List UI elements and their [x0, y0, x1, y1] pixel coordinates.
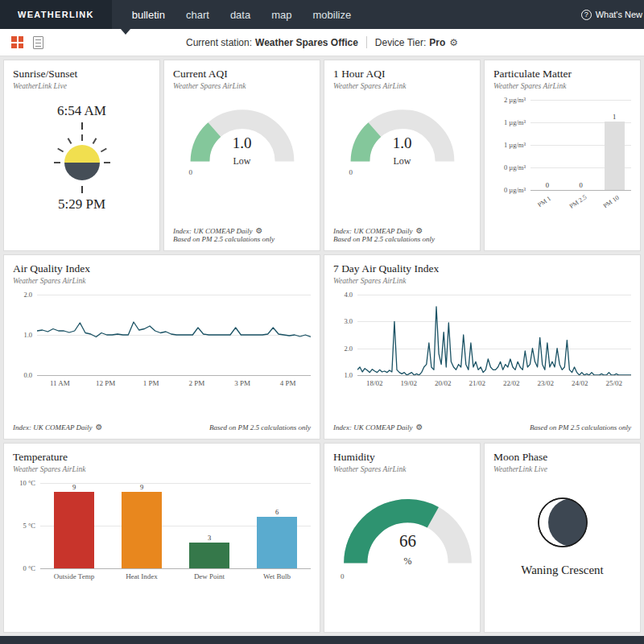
moon-icon — [533, 493, 592, 552]
card-7day-air-quality-index: 7 Day Air Quality Index Weather Spares A… — [324, 254, 641, 440]
gauge-min-label: 0 — [189, 168, 193, 176]
grid-view-icon[interactable] — [11, 36, 23, 48]
gauge-label: Low — [182, 155, 303, 167]
card-footer: Index: UK COMEAP Daily⚙ Based on PM 2.5 … — [333, 226, 471, 243]
card-temperature: Temperature Weather Spares AirLink 10 °C… — [3, 443, 320, 633]
card-current-aqi: Current AQI Weather Spares AirLink 1.0 L… — [163, 60, 320, 251]
card-source: Weather Spares AirLink — [173, 82, 311, 90]
bar — [257, 517, 297, 568]
card-moon-phase: Moon Phase WeatherLink Live Waning Cresc… — [484, 443, 641, 633]
index-label: Index: UK COMEAP Daily — [333, 423, 413, 431]
y-axis-labels: 10 °C5 °C0 °C — [13, 483, 40, 568]
tier-label: Device Tier: — [375, 37, 426, 48]
card-humidity: Humidity Weather Spares AirLink 66 % 0 — [324, 443, 481, 633]
divider — [366, 36, 367, 48]
station-value: Weather Spares Office — [255, 37, 358, 48]
card-source: WeatherLink Live — [13, 82, 151, 90]
pm-bar-chart: 2 µg/m³1 µg/m³1 µg/m³0 µg/m³0 µg/m³001PM… — [493, 100, 631, 215]
bar-value-label: 1 — [613, 113, 616, 121]
bar — [122, 492, 162, 568]
card-source: WeatherLink Live — [493, 465, 631, 473]
sun-icon — [46, 133, 118, 183]
gauge-label: % — [333, 555, 481, 568]
card-source: Weather Spares AirLink — [333, 277, 631, 285]
aqi-gauge: 1.0 Low 0 — [182, 103, 303, 174]
nav-item-chart[interactable]: chart — [175, 1, 220, 29]
index-label: Index: UK COMEAP Daily — [333, 227, 413, 235]
station-info: Current station: Weather Spares Office D… — [186, 36, 458, 48]
card-title: Moon Phase — [493, 451, 631, 464]
tick-mark — [81, 186, 83, 193]
bar-value-label: 0 — [546, 181, 549, 189]
note-label: Based on PM 2.5 calculations only — [173, 235, 311, 243]
nav-item-map[interactable]: map — [261, 1, 302, 29]
y-axis-labels: 4.03.02.01.0 — [333, 295, 357, 375]
card-title: Sunrise/Sunset — [13, 68, 151, 80]
humidity-gauge: 66 % 0 — [333, 491, 481, 578]
temperature-bar-chart: 10 °C5 °C0 °C9936Outside TempHeat IndexD… — [13, 483, 311, 580]
bar-value-label: 0 — [579, 181, 582, 189]
whats-new-link[interactable]: ? What's New — [581, 10, 644, 20]
plot-area: 9936 — [40, 483, 311, 568]
moon-display: Waning Crescent — [493, 493, 631, 577]
nav-item-data[interactable]: data — [220, 1, 261, 29]
card-sunrise-sunset: Sunrise/Sunset WeatherLink Live 6:54 AM … — [3, 60, 160, 251]
aqi-gauge: 1.0 Low 0 — [342, 103, 463, 174]
moon-phase-name: Waning Crescent — [521, 564, 604, 577]
sunrise-sunset-display: 6:54 AM 5:29 PM — [13, 103, 151, 213]
tier-value: Pro — [429, 37, 445, 48]
note-label: Based on PM 2.5 calculations only — [333, 235, 471, 243]
note-label: Based on PM 2.5 calculations only — [209, 423, 311, 431]
bar-value-label: 9 — [140, 483, 143, 491]
bar — [54, 492, 94, 568]
card-source: Weather Spares AirLink — [13, 277, 311, 285]
x-axis-labels: 11 AM12 PM1 PM2 PM3 PM4 PM — [37, 379, 311, 387]
bar-value-label: 6 — [275, 508, 279, 516]
bar-value-label: 3 — [208, 534, 211, 542]
dashboard-grid: Sunrise/Sunset WeatherLink Live 6:54 AM … — [0, 56, 644, 636]
card-particulate-matter: Particulate Matter Weather Spares AirLin… — [484, 60, 641, 251]
gear-icon[interactable]: ⚙ — [256, 226, 263, 235]
x-axis-labels: PM 1PM 2.5PM 10 — [530, 197, 631, 215]
gauge-label: Low — [342, 155, 463, 167]
index-label: Index: UK COMEAP Daily — [13, 423, 93, 431]
gauge-value: 66 — [333, 531, 481, 551]
x-axis-labels: Outside TempHeat IndexDew PointWet Bulb — [40, 572, 311, 580]
footer-bar — [0, 636, 644, 644]
card-source: Weather Spares AirLink — [333, 82, 471, 90]
nav-items: bulletin chart data map mobilize — [122, 1, 361, 29]
gauge-value: 1.0 — [182, 134, 303, 152]
aqi-7day-line-chart: 4.03.02.01.018/0219/0220/0221/0222/0223/… — [333, 295, 631, 387]
subheader-bar: Current station: Weather Spares Office D… — [0, 29, 644, 56]
bar — [605, 122, 625, 190]
station-label: Current station: — [186, 37, 252, 48]
view-switcher — [11, 36, 43, 49]
nav-item-bulletin[interactable]: bulletin — [122, 1, 175, 29]
question-circle-icon: ? — [581, 10, 592, 20]
aqi-line-chart: 2.01.00.011 AM12 PM1 PM2 PM3 PM4 PM — [13, 295, 311, 387]
weatherlink-logo[interactable]: WEATHERLINK — [0, 0, 112, 29]
card-footer: Index: UK COMEAP Daily⚙ Based on PM 2.5 … — [173, 226, 311, 243]
gear-icon[interactable]: ⚙ — [416, 423, 423, 431]
card-title: Temperature — [13, 451, 311, 464]
card-1hour-aqi: 1 Hour AQI Weather Spares AirLink 1.0 Lo… — [324, 60, 481, 251]
card-title: Humidity — [333, 451, 471, 464]
card-source: Weather Spares AirLink — [493, 82, 631, 90]
sunset-time: 5:29 PM — [58, 196, 105, 213]
bar — [189, 543, 229, 568]
top-navbar: WEATHERLINK bulletin chart data map mobi… — [0, 0, 644, 29]
card-footer: Index: UK COMEAP Daily⚙ Based on PM 2.5 … — [333, 423, 631, 431]
gear-icon[interactable]: ⚙ — [96, 423, 103, 431]
nav-item-mobilize[interactable]: mobilize — [302, 1, 361, 29]
card-title: Particulate Matter — [493, 68, 631, 80]
gauge-value: 1.0 — [342, 134, 463, 152]
gear-icon[interactable]: ⚙ — [416, 226, 423, 235]
bar-value-label: 9 — [72, 483, 76, 491]
card-air-quality-index: Air Quality Index Weather Spares AirLink… — [3, 254, 320, 440]
plot-area — [37, 295, 311, 375]
note-label: Based on PM 2.5 calculations only — [530, 423, 631, 431]
list-view-icon[interactable] — [33, 36, 43, 49]
gear-icon[interactable]: ⚙ — [449, 37, 458, 48]
card-title: 1 Hour AQI — [333, 68, 471, 80]
sunrise-time: 6:54 AM — [57, 103, 106, 119]
